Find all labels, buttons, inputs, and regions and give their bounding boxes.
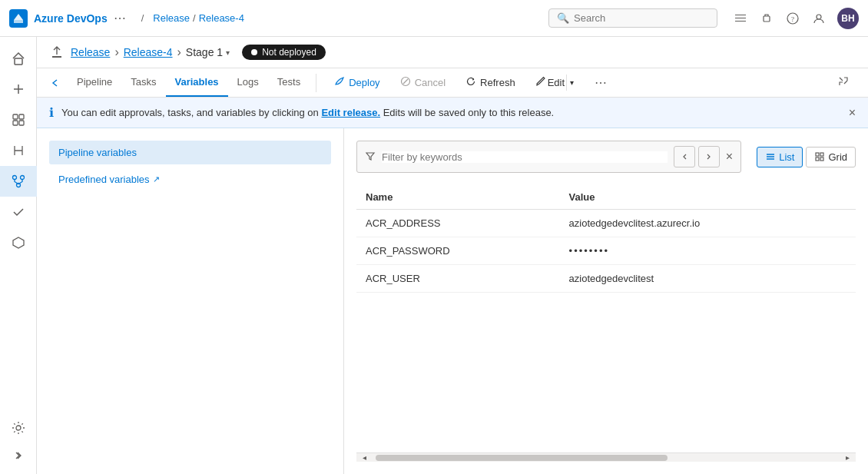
tab-divider [316, 74, 316, 92]
sidebar-item-settings[interactable] [0, 413, 37, 443]
sidebar-item-testplans[interactable] [0, 197, 37, 227]
info-icon: ℹ [49, 105, 54, 120]
refresh-button[interactable]: Refresh [457, 71, 524, 94]
var-name-acr-user: ACR_USER [356, 265, 560, 293]
svg-rect-0 [14, 20, 23, 23]
help-icon[interactable]: ? [785, 11, 800, 26]
search-input[interactable] [574, 12, 697, 24]
sidebar-item-repos[interactable] [0, 135, 37, 166]
tab-tests[interactable]: Tests [268, 68, 310, 97]
svg-rect-14 [52, 56, 61, 58]
user-settings-icon[interactable] [811, 11, 827, 26]
tab-pipeline[interactable]: Pipeline [68, 68, 121, 97]
sidebar-item-artifacts[interactable] [0, 227, 37, 258]
var-value-acr-password: •••••••• [560, 237, 856, 265]
logo-icon [9, 9, 28, 28]
briefcase-icon[interactable] [759, 11, 774, 26]
filter-prev-button[interactable] [674, 146, 695, 167]
filter-nav: × [674, 146, 733, 167]
release-icon [49, 45, 65, 60]
variables-layout: Pipeline variables Predefined variables … [37, 128, 868, 474]
info-banner-text: You can edit approvals, tasks, and varia… [61, 107, 841, 118]
edit-release-link[interactable]: Edit release. [321, 107, 380, 118]
svg-rect-1 [764, 16, 770, 22]
deploy-icon [334, 76, 345, 89]
badge-dot [251, 49, 257, 55]
deploy-button[interactable]: Deploy [326, 71, 388, 94]
expand-button[interactable] [831, 71, 856, 94]
search-icon: 🔍 [557, 12, 569, 24]
svg-rect-9 [19, 121, 24, 125]
breadcrumb-release[interactable]: Release [153, 12, 190, 24]
release-link[interactable]: Release [71, 46, 110, 58]
cancel-icon [400, 76, 411, 89]
table-row[interactable]: ACR_ADDRESS aziotedgedevclitest.azurecr.… [356, 210, 856, 237]
avatar[interactable]: BH [837, 8, 859, 29]
search-bar[interactable]: 🔍 [548, 8, 717, 28]
content-area: Release › Release-4 › Stage 1 ▾ Not depl… [37, 37, 868, 474]
sidebar [0, 37, 37, 474]
tab-bar: Pipeline Tasks Variables Logs Tests Depl… [37, 68, 868, 98]
list-view-button[interactable]: List [757, 147, 803, 167]
refresh-icon [465, 76, 476, 89]
table-row[interactable]: ACR_USER aziotedgedevclitest [356, 265, 856, 293]
filter-clear-button[interactable]: × [726, 150, 733, 164]
external-link-icon: ↗ [153, 174, 160, 184]
view-toggle: List Grid [757, 147, 856, 167]
info-close-button[interactable]: × [849, 106, 856, 120]
sidebar-item-boards[interactable] [0, 104, 37, 135]
svg-rect-5 [15, 58, 22, 65]
predefined-variables-link[interactable]: Predefined variables ↗ [49, 167, 331, 191]
tab-logs[interactable]: Logs [228, 68, 268, 97]
svg-rect-18 [816, 157, 819, 161]
filter-next-button[interactable] [698, 146, 720, 167]
vars-table-wrap: Name Value ACR_ADDRESS aziotedgedevclite… [356, 185, 856, 452]
stage-dropdown[interactable]: Stage 1 ▾ [186, 46, 230, 58]
more-options-button[interactable]: ⋯ [588, 71, 613, 94]
filter-view-row: × List Grid [356, 141, 856, 173]
sidebar-item-home[interactable] [0, 43, 37, 74]
nav-icons: ? BH [733, 8, 859, 29]
svg-rect-17 [820, 153, 823, 156]
top-nav: Azure DevOps ⋯ / Release / Release-4 🔍 ?… [0, 0, 868, 37]
sub-breadcrumb: Release › Release-4 › Stage 1 ▾ [71, 45, 230, 59]
breadcrumb: Release / Release-4 [153, 12, 244, 24]
edit-caret-icon[interactable]: ▾ [566, 75, 577, 91]
tab-variables[interactable]: Variables [166, 68, 228, 97]
tab-actions: Deploy Cancel Refresh [326, 70, 613, 95]
pipeline-variables-item[interactable]: Pipeline variables [49, 141, 331, 164]
vars-table: Name Value ACR_ADDRESS aziotedgedevclite… [356, 185, 856, 293]
filter-bar[interactable]: × [356, 141, 741, 173]
svg-text:?: ? [791, 15, 794, 23]
main-layout: Release › Release-4 › Stage 1 ▾ Not depl… [0, 37, 868, 474]
sidebar-item-add[interactable] [0, 74, 37, 104]
not-deployed-badge: Not deployed [242, 45, 326, 60]
edit-button[interactable]: Edit ▾ [527, 70, 585, 95]
grid-view-button[interactable]: Grid [806, 147, 856, 167]
list-settings-icon[interactable] [733, 11, 748, 26]
var-name-acr-password: ACR_PASSWORD [356, 237, 560, 265]
table-row[interactable]: ACR_PASSWORD •••••••• [356, 237, 856, 265]
sidebar-expand[interactable] [0, 443, 37, 468]
scroll-left-arrow[interactable]: ◂ [359, 453, 369, 462]
cancel-button[interactable]: Cancel [392, 71, 454, 94]
release4-link[interactable]: Release-4 [124, 46, 173, 58]
vars-sidebar: Pipeline variables Predefined variables … [37, 128, 344, 474]
scroll-thumb[interactable] [376, 455, 668, 461]
svg-rect-8 [13, 121, 18, 125]
svg-rect-19 [820, 157, 823, 161]
sidebar-item-pipelines[interactable] [0, 166, 37, 197]
nav-more-icon[interactable]: ⋯ [114, 11, 126, 25]
tab-tasks[interactable]: Tasks [121, 68, 165, 97]
breadcrumb-release4[interactable]: Release-4 [199, 12, 244, 24]
var-value-acr-user: aziotedgedevclitest [560, 265, 856, 293]
col-name-header: Name [356, 185, 560, 210]
tab-back-btn[interactable] [49, 77, 61, 89]
filter-input[interactable] [382, 151, 668, 163]
scroll-right-arrow[interactable]: ▸ [843, 453, 853, 462]
app-logo[interactable]: Azure DevOps [9, 9, 108, 28]
sub-header: Release › Release-4 › Stage 1 ▾ Not depl… [37, 37, 868, 68]
var-value-acr-address: aziotedgedevclitest.azurecr.io [560, 210, 856, 237]
filter-icon [365, 151, 376, 164]
svg-rect-6 [13, 114, 18, 119]
